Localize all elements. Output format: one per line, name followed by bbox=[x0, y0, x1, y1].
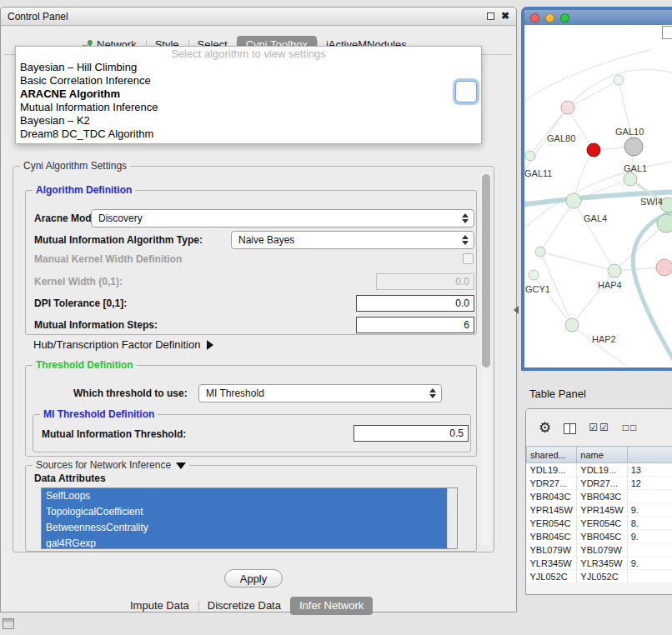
node-label: GAL4 bbox=[584, 213, 607, 223]
network-node[interactable] bbox=[525, 151, 535, 161]
mi-steps-label: Mutual Information Steps: bbox=[34, 319, 158, 331]
columns-icon[interactable] bbox=[564, 421, 576, 433]
network-node[interactable] bbox=[565, 318, 579, 332]
close-window-icon[interactable]: ✖ bbox=[501, 10, 509, 22]
network-edge[interactable] bbox=[574, 201, 614, 271]
network-edge[interactable] bbox=[619, 80, 634, 147]
network-canvas[interactable]: GAL80GAL10GAL11GAL1SWI4GAL4GCY1HAP4HAP2 bbox=[524, 25, 672, 368]
mi-type-value: Naive Bayes bbox=[238, 234, 294, 246]
network-node[interactable] bbox=[656, 259, 672, 276]
attribute-list-item[interactable]: gal4RGexp bbox=[42, 536, 447, 549]
table-row[interactable]: YJL052CYJL052C bbox=[527, 570, 672, 583]
algorithm-option[interactable]: Mutual Information Inference bbox=[16, 101, 481, 114]
cyni-settings-group-title: Cyni Algorithm Settings bbox=[20, 160, 130, 172]
threshold-definition-group: Threshold Definition Which threshold to … bbox=[25, 365, 477, 457]
apply-button[interactable]: Apply bbox=[224, 569, 283, 588]
column-header[interactable] bbox=[627, 447, 672, 463]
algorithm-option[interactable]: Bayesian – K2 bbox=[16, 114, 481, 128]
minimize-traffic-light-icon[interactable] bbox=[545, 13, 554, 22]
network-node[interactable] bbox=[624, 138, 643, 156]
network-node[interactable] bbox=[529, 270, 539, 280]
aracne-mode-combobox[interactable]: Discovery bbox=[91, 209, 474, 228]
table-row[interactable]: YER054CYER054C8. bbox=[527, 517, 672, 530]
table-cell: YER054C bbox=[577, 517, 627, 530]
table-row[interactable]: YBR045CYBR045C9. bbox=[527, 530, 672, 543]
network-edge[interactable] bbox=[540, 201, 574, 252]
network-edge[interactable] bbox=[568, 80, 619, 108]
algorithm-option[interactable]: Bayesian – Hill Climbing bbox=[16, 61, 481, 74]
table-row[interactable]: YDL19...YDL19...13 bbox=[527, 463, 672, 477]
network-edge[interactable] bbox=[534, 275, 572, 325]
panel-splitter-handle[interactable] bbox=[514, 306, 519, 314]
algorithm-placeholder-option[interactable]: Select algorithm to view settings bbox=[16, 47, 481, 61]
algorithm-option[interactable]: Basic Correlation Inference bbox=[16, 74, 481, 88]
mi-threshold-input[interactable] bbox=[354, 425, 469, 442]
manual-kernel-checkbox[interactable] bbox=[463, 253, 474, 264]
network-node[interactable] bbox=[566, 193, 581, 208]
table-row[interactable]: YBR043CYBR043C bbox=[527, 490, 672, 503]
network-window-titlebar[interactable] bbox=[524, 10, 672, 25]
attribute-list-item[interactable]: TopologicalCoefficient bbox=[42, 504, 447, 520]
settings-scrollbar-track[interactable] bbox=[481, 172, 491, 547]
table-row[interactable]: YBL079WYBL079W bbox=[527, 543, 672, 557]
table-panel-window: ⚙ ☑☑ □□ shared...name YDL19...YDL19...13… bbox=[525, 408, 672, 595]
algorithm-option[interactable]: Dream8 DC_TDC Algorithm bbox=[16, 128, 481, 141]
hub-transcription-section[interactable]: Hub/Transcription Factor Definition bbox=[33, 338, 213, 351]
attributes-list-scrollbar[interactable] bbox=[447, 488, 457, 548]
network-edge[interactable] bbox=[572, 271, 614, 325]
table-toolbar: ⚙ ☑☑ □□ bbox=[526, 409, 672, 446]
network-graph: GAL80GAL10GAL11GAL1SWI4GAL4GCY1HAP4HAP2 bbox=[524, 25, 672, 371]
tab-infer-network[interactable]: Infer Network bbox=[290, 597, 373, 615]
table-cell: YDL19... bbox=[527, 463, 577, 477]
attribute-list-item[interactable]: BetweennessCentrality bbox=[42, 520, 447, 536]
which-threshold-combobox[interactable]: MI Threshold bbox=[198, 384, 442, 402]
dpi-tolerance-input[interactable] bbox=[356, 295, 474, 312]
sources-group-title[interactable]: Sources for Network Inference bbox=[33, 459, 189, 471]
column-header[interactable]: shared... bbox=[527, 447, 577, 463]
network-edge[interactable] bbox=[574, 150, 594, 201]
network-node[interactable] bbox=[657, 214, 672, 232]
network-node[interactable] bbox=[561, 101, 574, 114]
network-node[interactable] bbox=[608, 264, 621, 278]
kernel-width-input[interactable] bbox=[376, 273, 474, 290]
network-node[interactable] bbox=[535, 247, 545, 257]
select-all-icon[interactable]: ☑☑ bbox=[589, 422, 610, 433]
mi-type-combobox[interactable]: Naive Bayes bbox=[231, 231, 474, 249]
window-title: Control Panel bbox=[8, 11, 68, 22]
table-row[interactable]: YPR145WYPR145W9. bbox=[527, 503, 672, 517]
network-node[interactable] bbox=[624, 172, 637, 186]
network-edge[interactable] bbox=[572, 325, 626, 365]
network-edge[interactable] bbox=[530, 108, 568, 156]
settings-scrollbar-thumb[interactable] bbox=[482, 174, 490, 368]
table-cell: YLR345W bbox=[577, 557, 627, 570]
tab-impute-data[interactable]: Impute Data bbox=[121, 597, 198, 615]
expand-triangle-icon[interactable] bbox=[207, 340, 213, 350]
network-edge[interactable] bbox=[568, 108, 594, 150]
attribute-list-item[interactable]: SelfLoops bbox=[42, 488, 447, 504]
algorithm-combobox[interactable] bbox=[455, 81, 477, 102]
minimized-panel-icon[interactable] bbox=[3, 618, 14, 629]
zoom-traffic-light-icon[interactable] bbox=[560, 13, 569, 22]
table-row[interactable]: YLR345WYLR345W9. bbox=[527, 557, 672, 570]
network-edge[interactable] bbox=[524, 50, 649, 104]
mi-steps-input[interactable] bbox=[356, 317, 474, 333]
data-attributes-items: SelfLoopsTopologicalCoefficientBetweenne… bbox=[42, 488, 447, 549]
network-node[interactable] bbox=[614, 75, 624, 85]
control-panel-titlebar[interactable]: Control Panel ✖ bbox=[1, 8, 516, 26]
tab-discretize-data[interactable]: Discretize Data bbox=[198, 597, 290, 615]
node-label: GAL11 bbox=[524, 168, 552, 178]
network-scroll-corner[interactable] bbox=[662, 26, 672, 39]
float-window-icon[interactable] bbox=[487, 12, 494, 20]
network-node[interactable] bbox=[587, 143, 600, 157]
collapse-triangle-icon[interactable] bbox=[176, 462, 186, 469]
table-cell: YLR345W bbox=[527, 557, 577, 570]
table-row[interactable]: YDR27...YDR27...12 bbox=[527, 477, 672, 490]
table-cell: YJL052C bbox=[527, 570, 577, 583]
algorithm-option[interactable]: ARACNE Algorithm bbox=[16, 88, 481, 101]
gear-icon[interactable]: ⚙ bbox=[539, 419, 551, 437]
deselect-all-icon[interactable]: □□ bbox=[623, 422, 639, 433]
close-traffic-light-icon[interactable] bbox=[530, 13, 539, 22]
network-edge[interactable] bbox=[540, 252, 614, 271]
data-attributes-list[interactable]: SelfLoopsTopologicalCoefficientBetweenne… bbox=[41, 488, 458, 549]
column-header[interactable]: name bbox=[577, 447, 627, 463]
